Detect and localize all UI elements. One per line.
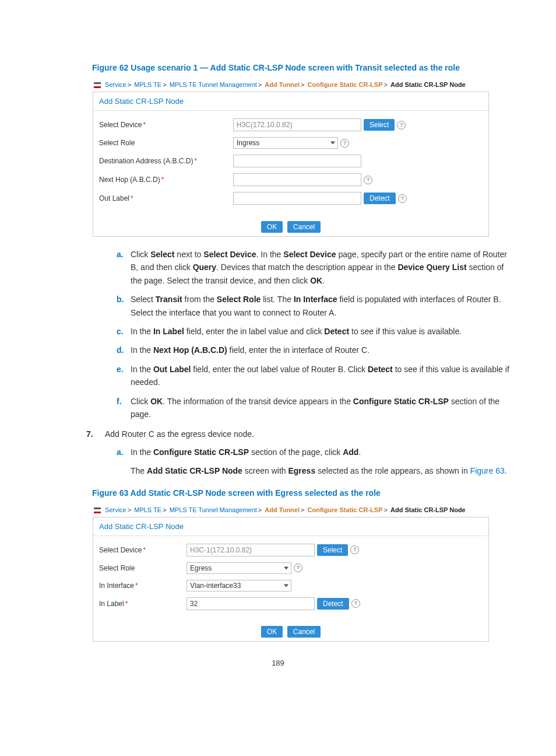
detect-button[interactable]: Detect <box>317 598 349 610</box>
help-icon[interactable]: ? <box>351 599 360 608</box>
marker-d: d. <box>117 344 131 356</box>
bc-add-node: Add Static CR-LSP Node <box>390 81 466 88</box>
select-role-dropdown[interactable]: Egress <box>186 562 291 574</box>
in-interface-dropdown[interactable]: Vlan-interface33 <box>186 580 291 592</box>
list-item: a. Click Select next to Select Device. I… <box>117 248 509 287</box>
list-item: a. In the Configure Static CR-LSP sectio… <box>117 446 509 459</box>
bc-service[interactable]: Service <box>105 81 126 88</box>
bc-tunnel-mgmt[interactable]: MPLS TE Tunnel Management <box>170 81 257 88</box>
bc-add-tunnel[interactable]: Add Tunnel <box>265 506 300 513</box>
help-icon[interactable]: ? <box>294 564 302 572</box>
list-item: d. In the Next Hop (A.B.C.D) field, ente… <box>117 344 509 356</box>
figure-63-caption: Figure 63 Add Static CR-LSP Node screen … <box>92 488 509 498</box>
marker-b: b. <box>117 293 131 319</box>
bc-service[interactable]: Service <box>105 506 126 513</box>
label-select-device: Select Device* <box>99 546 186 554</box>
label-out-label: Out Label* <box>99 194 233 202</box>
marker-a: a. <box>117 446 131 459</box>
ok-button[interactable]: OK <box>261 626 283 638</box>
panel-add-node: Add Static CR-LSP Node Select Device* H3… <box>93 92 489 237</box>
label-next-hop: Next Hop (A.B.C.D)* <box>99 176 233 184</box>
panel-title: Add Static CR-LSP Node <box>93 92 488 111</box>
breadcrumb: Service> MPLS TE> MPLS TE Tunnel Managem… <box>93 79 489 92</box>
step-7: 7. Add Router C as the egress device nod… <box>86 428 509 440</box>
ok-button[interactable]: OK <box>261 221 283 233</box>
list-item: e. In the Out Label field, enter the out… <box>117 363 509 389</box>
marker-7: 7. <box>86 428 105 440</box>
panel-title: Add Static CR-LSP Node <box>93 517 488 536</box>
list-item: b. Select Transit from the Select Role l… <box>117 293 509 319</box>
list-item: c. In the In Label field, enter the in l… <box>117 325 509 338</box>
dest-addr-input[interactable] <box>233 155 361 167</box>
label-select-role: Select Role <box>99 564 186 572</box>
figure-62-caption: Figure 62 Usage scenario 1 — Add Static … <box>92 63 509 72</box>
cancel-button[interactable]: Cancel <box>287 626 321 638</box>
bc-tunnel-mgmt[interactable]: MPLS TE Tunnel Management <box>170 506 257 513</box>
label-select-device: Select Device* <box>99 121 233 129</box>
label-dest-addr: Destination Address (A.B.C.D)* <box>99 157 233 165</box>
help-icon[interactable]: ? <box>340 139 349 148</box>
marker-a: a. <box>117 248 131 287</box>
logo-icon <box>94 82 101 88</box>
chevron-down-icon <box>284 584 288 587</box>
detect-button[interactable]: Detect <box>364 192 396 204</box>
marker-e: e. <box>117 363 131 389</box>
panel-add-node: Add Static CR-LSP Node Select Device* H3… <box>93 517 489 642</box>
help-icon[interactable]: ? <box>350 545 359 554</box>
select-role-dropdown[interactable]: Ingress <box>233 137 338 149</box>
out-label-input[interactable] <box>233 192 361 205</box>
marker-c: c. <box>117 325 131 338</box>
label-in-interface: In Interface* <box>99 582 186 590</box>
marker-f: f. <box>117 395 131 421</box>
bc-mpls-te[interactable]: MPLS TE <box>134 506 161 513</box>
button-row: OK Cancel <box>93 621 488 641</box>
bc-config-static[interactable]: Configure Static CR-LSP <box>308 506 383 513</box>
select-button[interactable]: Select <box>317 544 348 556</box>
chevron-down-icon <box>284 566 288 569</box>
help-icon[interactable]: ? <box>397 121 406 130</box>
logo-icon <box>94 508 101 513</box>
figure-63-screenshot: Service> MPLS TE> MPLS TE Tunnel Managem… <box>92 503 490 642</box>
bc-add-tunnel[interactable]: Add Tunnel <box>265 81 300 88</box>
select-button[interactable]: Select <box>364 119 395 131</box>
label-select-role: Select Role <box>99 139 233 147</box>
step-7a-followup: The Add Static CR-LSP Node screen with E… <box>131 464 509 477</box>
substep-list-7: a. In the Configure Static CR-LSP sectio… <box>117 446 509 459</box>
label-in-label: In Label* <box>99 600 186 608</box>
figure-62-screenshot: Service> MPLS TE> MPLS TE Tunnel Managem… <box>92 78 490 237</box>
bc-config-static[interactable]: Configure Static CR-LSP <box>308 81 383 88</box>
next-hop-input[interactable] <box>233 173 361 186</box>
help-icon[interactable]: ? <box>364 176 372 184</box>
bc-mpls-te[interactable]: MPLS TE <box>134 81 161 88</box>
substep-list: a. Click Select next to Select Device. I… <box>117 248 509 421</box>
help-icon[interactable]: ? <box>398 194 407 203</box>
chevron-down-icon <box>330 142 335 145</box>
breadcrumb: Service> MPLS TE> MPLS TE Tunnel Managem… <box>93 504 489 517</box>
cancel-button[interactable]: Cancel <box>287 221 321 233</box>
select-device-input[interactable]: H3C(172.10.0.82) <box>233 118 361 131</box>
bc-add-node: Add Static CR-LSP Node <box>390 506 466 513</box>
select-device-input[interactable]: H3C-1(172.10.0.82) <box>186 544 315 556</box>
figure-63-link[interactable]: Figure 63 <box>470 466 505 475</box>
in-label-input[interactable]: 32 <box>186 597 315 610</box>
button-row: OK Cancel <box>93 216 488 236</box>
list-item: f. Click OK. The information of the tran… <box>117 395 509 421</box>
page-number: 189 <box>47 659 509 667</box>
